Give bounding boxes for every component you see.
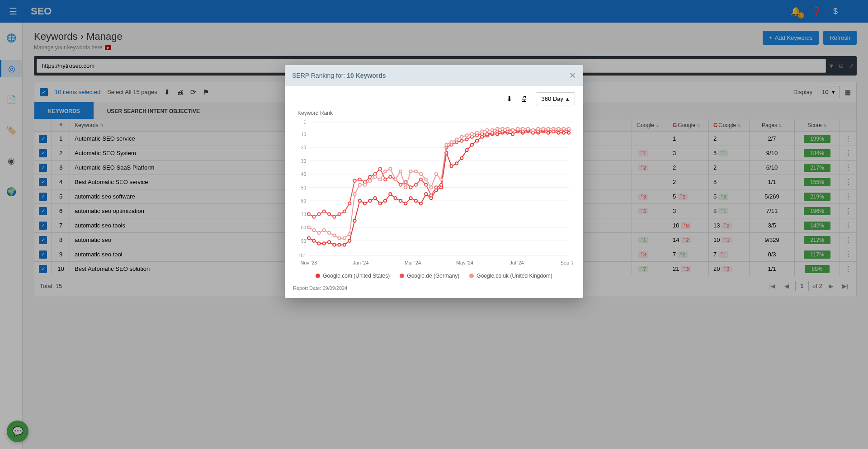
svg-point-146 (379, 178, 382, 181)
svg-point-41 (373, 197, 376, 199)
svg-point-37 (353, 219, 356, 222)
svg-point-96 (389, 175, 392, 178)
svg-point-140 (348, 233, 351, 236)
modal-overlay[interactable]: SERP Ranking for: 10 Keywords ✕ ⬇ 🖨 360 … (0, 0, 868, 449)
svg-point-92 (368, 175, 371, 178)
svg-point-159 (445, 143, 448, 146)
svg-point-83 (323, 210, 326, 213)
svg-point-153 (415, 170, 417, 173)
svg-point-90 (359, 178, 361, 181)
svg-point-165 (476, 131, 478, 134)
svg-point-36 (348, 239, 351, 242)
svg-point-46 (399, 199, 402, 202)
svg-text:50: 50 (301, 185, 307, 190)
svg-point-155 (425, 178, 427, 181)
svg-point-172 (511, 129, 514, 132)
svg-point-180 (552, 128, 555, 130)
svg-point-81 (312, 215, 315, 218)
svg-point-35 (343, 243, 346, 246)
svg-point-162 (460, 135, 463, 138)
svg-point-100 (409, 186, 412, 189)
svg-point-43 (384, 199, 387, 202)
svg-point-158 (440, 178, 443, 181)
svg-point-98 (399, 183, 402, 186)
svg-point-132 (307, 226, 310, 229)
svg-point-31 (323, 242, 326, 245)
svg-point-169 (496, 128, 499, 130)
svg-point-136 (328, 232, 330, 234)
svg-point-38 (359, 199, 361, 202)
svg-point-32 (328, 241, 330, 243)
svg-point-135 (323, 229, 326, 232)
svg-point-34 (338, 243, 340, 246)
svg-point-50 (420, 202, 422, 205)
svg-point-133 (312, 229, 315, 232)
svg-text:70: 70 (301, 212, 307, 217)
chart-title: Keyword Rank (297, 110, 575, 116)
legend-item[interactable]: Google.de (Germany) (400, 273, 459, 279)
legend-item[interactable]: Google.com (United States) (316, 273, 390, 279)
svg-text:Mar '24: Mar '24 (405, 260, 421, 265)
modal-download-icon[interactable]: ⬇ (506, 95, 512, 103)
svg-point-167 (486, 129, 488, 132)
svg-point-105 (435, 186, 438, 189)
chart-area: 1102030405060708090101Nov '23Jan '24Mar … (293, 120, 575, 269)
svg-point-89 (353, 180, 356, 182)
svg-point-150 (399, 170, 402, 173)
rank-chart: 1102030405060708090101Nov '23Jan '24Mar … (293, 120, 573, 269)
svg-text:May '24: May '24 (456, 260, 473, 265)
modal-toolbar: ⬇ 🖨 360 Day▴ (293, 92, 575, 105)
modal-header: SERP Ranking for: 10 Keywords ✕ (285, 65, 583, 86)
svg-point-56 (450, 165, 453, 167)
svg-point-87 (343, 210, 346, 213)
svg-text:101: 101 (298, 253, 306, 258)
svg-point-174 (521, 128, 524, 130)
svg-point-40 (368, 199, 371, 202)
svg-point-181 (557, 128, 560, 130)
svg-point-84 (328, 213, 330, 215)
svg-text:30: 30 (301, 159, 307, 164)
svg-point-178 (542, 128, 544, 130)
svg-point-156 (429, 186, 432, 189)
svg-point-39 (363, 202, 366, 205)
svg-point-33 (333, 243, 335, 246)
modal-print-icon[interactable]: 🖨 (520, 95, 528, 103)
svg-point-82 (317, 213, 320, 215)
svg-point-173 (516, 128, 519, 130)
svg-text:60: 60 (301, 199, 307, 203)
svg-point-102 (420, 178, 422, 181)
svg-point-58 (460, 156, 463, 159)
svg-text:20: 20 (301, 145, 307, 150)
svg-point-154 (420, 173, 422, 175)
svg-text:80: 80 (301, 225, 307, 230)
svg-point-44 (389, 193, 392, 195)
svg-point-110 (460, 139, 463, 142)
svg-point-160 (450, 141, 453, 143)
svg-point-138 (338, 236, 340, 239)
svg-point-68 (511, 132, 514, 135)
svg-point-170 (501, 128, 504, 130)
modal-close-button[interactable]: ✕ (569, 71, 576, 80)
svg-point-86 (338, 213, 340, 215)
svg-point-101 (415, 183, 417, 186)
svg-point-51 (425, 193, 427, 195)
svg-point-59 (465, 149, 468, 151)
svg-point-182 (562, 128, 565, 130)
svg-text:40: 40 (301, 172, 307, 177)
svg-text:Jan '24: Jan '24 (353, 260, 368, 265)
svg-point-94 (379, 167, 382, 170)
svg-point-179 (547, 128, 550, 130)
svg-point-115 (486, 132, 488, 135)
legend-item[interactable]: Google.co.uk (United Kingdom) (469, 273, 552, 279)
svg-point-139 (343, 236, 346, 239)
range-select[interactable]: 360 Day▴ (536, 92, 575, 105)
svg-point-163 (465, 134, 468, 137)
svg-point-149 (394, 178, 396, 181)
svg-text:Nov '23: Nov '23 (301, 260, 317, 265)
svg-point-148 (389, 167, 392, 170)
svg-point-85 (333, 215, 335, 218)
svg-point-166 (481, 130, 483, 132)
svg-text:90: 90 (301, 239, 307, 244)
modal-title: SERP Ranking for: 10 Keywords (292, 72, 386, 79)
svg-point-152 (409, 170, 412, 173)
